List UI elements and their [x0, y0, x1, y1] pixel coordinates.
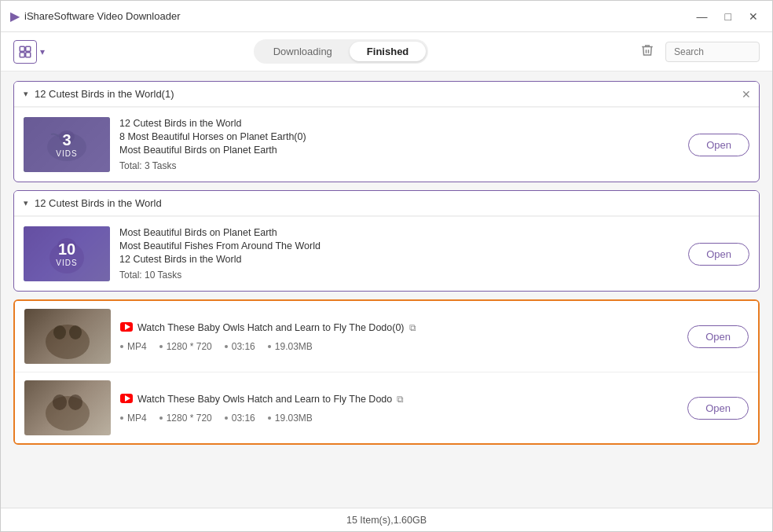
dot-1c — [225, 345, 228, 348]
status-text: 15 Item(s),1.60GB — [346, 515, 427, 526]
youtube-icon-1 — [120, 321, 133, 334]
video-resolution-1: 1280 * 720 — [159, 341, 212, 352]
finished-tab[interactable]: Finished — [350, 42, 426, 61]
orange-section: Watch These Baby Owls Hatch and Learn to… — [13, 299, 760, 445]
thumbnail-vid1 — [24, 309, 111, 364]
thumb-overlay-2: 10 VIDS — [24, 226, 110, 281]
svg-rect-2 — [20, 52, 24, 57]
open-button-vid2[interactable]: Open — [687, 397, 749, 420]
main-content: ▾ 12 Cutest Birds in the World(1) ✕ 3 VI… — [1, 72, 772, 508]
video-size-1: 19.03MB — [268, 341, 313, 352]
toolbar-left: ▾ — [13, 40, 45, 64]
dot-2c — [225, 416, 228, 420]
edit-icon-1[interactable]: ⧉ — [409, 322, 416, 333]
video-item-2: Watch These Baby Owls Hatch and Learn to… — [15, 372, 758, 443]
item-title-1c: Most Beautiful Birds on Planet Earth — [119, 145, 679, 156]
profile-button[interactable] — [13, 40, 37, 64]
toolbar: ▾ Downloading Finished — [1, 32, 772, 72]
svg-point-9 — [53, 325, 66, 339]
video-title-1: Watch These Baby Owls Hatch and Learn to… — [137, 322, 405, 333]
svg-rect-3 — [26, 52, 31, 57]
video-info-2: Watch These Baby Owls Hatch and Learn to… — [120, 393, 678, 424]
profile-chevron[interactable]: ▾ — [40, 46, 45, 57]
app-title-area: ▶ iShareSoftware Video Downloader — [10, 9, 181, 24]
youtube-icon-2 — [120, 393, 133, 405]
thumb-art-vid1 — [24, 309, 111, 364]
video-meta-2: MP4 1280 * 720 03:16 19.03MB — [120, 413, 678, 424]
group-title-1: 12 Cutest Birds in the World(1) — [35, 88, 174, 100]
group-item-info-2: Most Beautiful Birds on Planet Earth Mos… — [119, 227, 679, 281]
dot-2b — [159, 416, 163, 420]
thumbnail-2: 10 VIDS — [24, 226, 110, 281]
tab-switcher: Downloading Finished — [254, 39, 429, 64]
group-card-2: ▾ 12 Cutest Birds in the World 10 VIDS M… — [13, 190, 760, 292]
dot-2a — [120, 416, 123, 420]
video-duration-1: 03:16 — [225, 341, 255, 352]
group-header-1: ▾ 12 Cutest Birds in the World(1) ✕ — [14, 82, 759, 107]
thumb-label-1: VIDS — [56, 149, 77, 158]
group-title-2: 12 Cutest Birds in the World — [35, 197, 162, 209]
video-meta-1: MP4 1280 * 720 03:16 19.03MB — [120, 341, 678, 352]
thumb-label-2: VIDS — [56, 259, 77, 267]
svg-point-13 — [46, 396, 90, 431]
svg-point-10 — [69, 325, 82, 339]
item-total-1: Total: 3 Tasks — [119, 160, 679, 171]
maximize-button[interactable]: □ — [720, 9, 736, 24]
dot-1d — [268, 345, 271, 348]
open-button-vid1[interactable]: Open — [687, 325, 749, 348]
status-bar: 15 Item(s),1.60GB — [1, 508, 772, 531]
group-chevron-2[interactable]: ▾ — [24, 198, 28, 208]
downloading-tab[interactable]: Downloading — [256, 42, 350, 61]
video-duration-2: 03:16 — [225, 413, 255, 424]
svg-point-8 — [46, 325, 90, 359]
app-icon: ▶ — [10, 9, 20, 24]
video-size-2: 19.03MB — [268, 413, 313, 424]
thumbnail-vid2 — [24, 380, 111, 435]
video-title-row-1: Watch These Baby Owls Hatch and Learn to… — [120, 321, 678, 334]
svg-rect-1 — [26, 46, 31, 51]
thumb-count-1: 3 — [62, 132, 71, 148]
thumbnail-1: 3 VIDS — [24, 117, 110, 172]
item-title-2b: Most Beautiful Fishes From Around The Wo… — [119, 240, 679, 251]
group-item-2: 10 VIDS Most Beautiful Birds on Planet E… — [14, 216, 759, 291]
video-item-1: Watch These Baby Owls Hatch and Learn to… — [15, 301, 758, 372]
item-title-1b: 8 Most Beautiful Horses on Planet Earth(… — [119, 131, 679, 142]
group-close-1[interactable]: ✕ — [742, 88, 751, 101]
open-button-group2[interactable]: Open — [688, 243, 749, 266]
video-format-1: MP4 — [120, 341, 147, 352]
dot-1a — [120, 345, 123, 348]
svg-rect-0 — [20, 46, 24, 51]
item-title-1a: 12 Cutest Birds in the World — [119, 118, 679, 129]
svg-point-14 — [53, 394, 67, 410]
thumb-art-vid2 — [24, 380, 111, 435]
item-title-2c: 12 Cutest Birds in the World — [119, 254, 679, 265]
group-card-1: ▾ 12 Cutest Birds in the World(1) ✕ 3 VI… — [13, 81, 760, 182]
toolbar-right — [637, 40, 760, 64]
edit-icon-2[interactable]: ⧉ — [397, 394, 404, 405]
group-chevron-1[interactable]: ▾ — [24, 89, 28, 99]
open-button-group1[interactable]: Open — [688, 134, 749, 156]
group-header-2: ▾ 12 Cutest Birds in the World — [14, 191, 759, 216]
group-item-1: 3 VIDS 12 Cutest Birds in the World 8 Mo… — [14, 107, 759, 182]
video-resolution-2: 1280 * 720 — [159, 413, 212, 424]
delete-button[interactable] — [637, 40, 658, 64]
svg-point-15 — [68, 394, 82, 410]
dot-1b — [159, 345, 163, 348]
video-info-1: Watch These Baby Owls Hatch and Learn to… — [120, 321, 678, 352]
window-controls: — □ ✕ — [692, 9, 763, 24]
dot-2d — [268, 416, 271, 420]
video-title-row-2: Watch These Baby Owls Hatch and Learn to… — [120, 393, 678, 405]
minimize-button[interactable]: — — [692, 9, 713, 24]
group-item-info-1: 12 Cutest Birds in the World 8 Most Beau… — [119, 118, 679, 171]
item-total-2: Total: 10 Tasks — [119, 270, 679, 281]
app-title: iShareSoftware Video Downloader — [24, 10, 181, 22]
video-title-2: Watch These Baby Owls Hatch and Learn to… — [137, 394, 392, 405]
title-bar: ▶ iShareSoftware Video Downloader — □ ✕ — [1, 1, 772, 32]
item-title-2a: Most Beautiful Birds on Planet Earth — [119, 227, 679, 238]
search-input[interactable] — [665, 42, 760, 62]
thumb-overlay-1: 3 VIDS — [24, 117, 110, 172]
video-format-2: MP4 — [120, 413, 147, 424]
close-button[interactable]: ✕ — [744, 9, 763, 24]
thumb-count-2: 10 — [58, 241, 75, 257]
